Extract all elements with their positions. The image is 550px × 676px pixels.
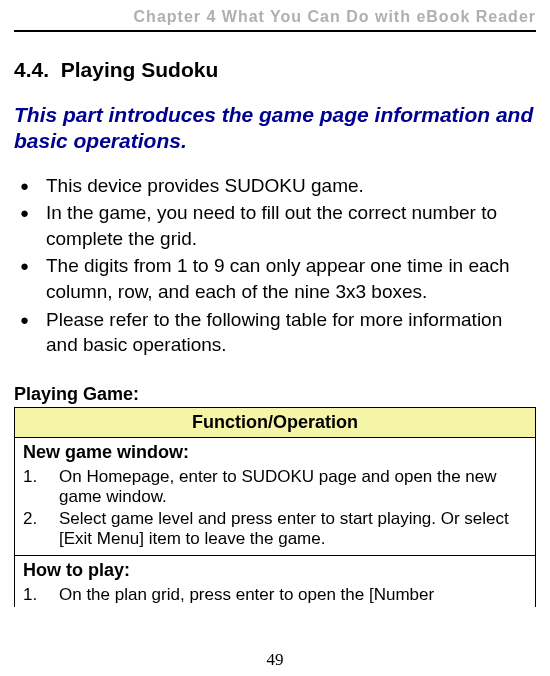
step-text: Select game level and press enter to sta… (59, 509, 527, 549)
cell-title: New game window: (23, 442, 527, 463)
list-item: In the game, you need to fill out the co… (14, 200, 536, 251)
cell-title: How to play: (23, 560, 527, 581)
step-list: 1. On the plan grid, press enter to open… (23, 585, 527, 605)
chapter-rule (14, 30, 536, 32)
chapter-header: Chapter 4 What You Can Do with eBook Rea… (14, 8, 536, 30)
page-number: 49 (0, 650, 550, 670)
step-item: 1. On the plan grid, press enter to open… (23, 585, 527, 605)
bullet-text: This device provides SUDOKU game. (46, 175, 364, 196)
table-caption: Playing Game: (14, 384, 536, 405)
table-row: New game window: 1. On Homepage, enter t… (15, 437, 536, 555)
table-header-row: Function/Operation (15, 407, 536, 437)
bullet-list: This device provides SUDOKU game. In the… (14, 173, 536, 358)
section-title: Playing Sudoku (61, 58, 219, 81)
table-cell: How to play: 1. On the plan grid, press … (15, 555, 536, 607)
step-item: 1. On Homepage, enter to SUDOKU page and… (23, 467, 527, 507)
table-header-cell: Function/Operation (15, 407, 536, 437)
list-item: This device provides SUDOKU game. (14, 173, 536, 199)
section-heading: 4.4. Playing Sudoku (14, 58, 536, 82)
bullet-text: The digits from 1 to 9 can only appear o… (46, 255, 510, 302)
step-item: 2. Select game level and press enter to … (23, 509, 527, 549)
bullet-text: Please refer to the following table for … (46, 309, 502, 356)
function-table: Function/Operation New game window: 1. O… (14, 407, 536, 607)
page-container: Chapter 4 What You Can Do with eBook Rea… (0, 0, 550, 607)
bullet-text: In the game, you need to fill out the co… (46, 202, 497, 249)
step-number: 2. (23, 509, 59, 549)
table-row: How to play: 1. On the plan grid, press … (15, 555, 536, 607)
step-number: 1. (23, 467, 59, 507)
step-text: On the plan grid, press enter to open th… (59, 585, 527, 605)
list-item: Please refer to the following table for … (14, 307, 536, 358)
step-text: On Homepage, enter to SUDOKU page and op… (59, 467, 527, 507)
step-number: 1. (23, 585, 59, 605)
list-item: The digits from 1 to 9 can only appear o… (14, 253, 536, 304)
section-number: 4.4. (14, 58, 49, 81)
table-cell: New game window: 1. On Homepage, enter t… (15, 437, 536, 555)
step-list: 1. On Homepage, enter to SUDOKU page and… (23, 467, 527, 549)
intro-text: This part introduces the game page infor… (14, 102, 536, 155)
